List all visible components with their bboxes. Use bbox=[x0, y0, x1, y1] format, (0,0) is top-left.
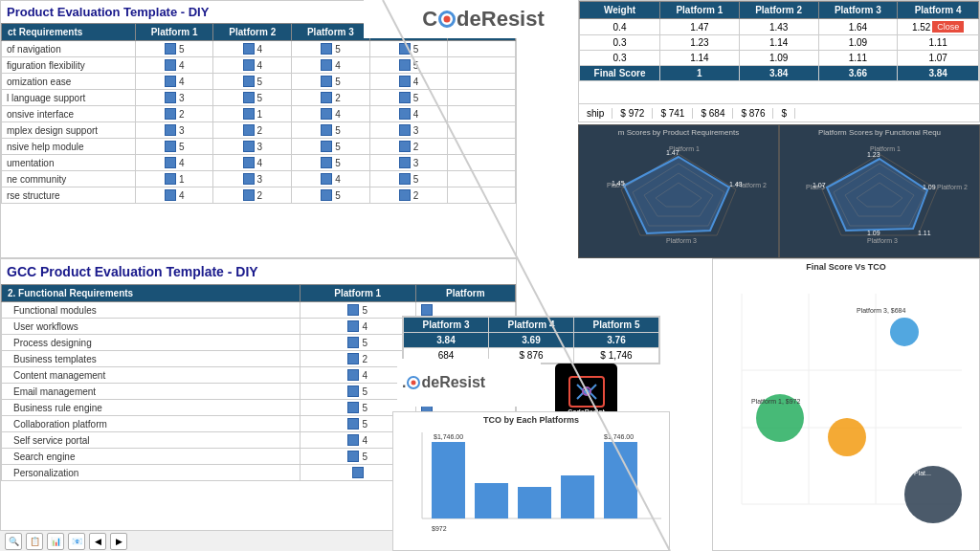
req-cell: rse structure bbox=[2, 187, 136, 204]
svg-text:1.23: 1.23 bbox=[867, 151, 880, 158]
p2-cell: 2 bbox=[213, 187, 292, 204]
p1-cell: 1 bbox=[135, 171, 213, 187]
cell-icon bbox=[243, 108, 255, 120]
gcc-p1-cell: 5 bbox=[300, 335, 415, 351]
table-row: mplex design support 3 2 5 3 bbox=[2, 122, 516, 139]
req-cell: umentation bbox=[2, 155, 136, 171]
bar-p4 bbox=[561, 475, 594, 518]
overlap-score-table: Platform 3 Platform 4 Platform 5 3.84 3.… bbox=[403, 317, 659, 364]
gcc-req-cell: Business templates bbox=[2, 351, 301, 367]
col-header-p3: Platform 3 bbox=[292, 24, 370, 41]
cell-icon bbox=[165, 141, 176, 152]
bar-p2 bbox=[475, 483, 508, 518]
bar-p5 bbox=[604, 442, 637, 518]
cell-icon bbox=[347, 402, 359, 413]
table-row: l language support 3 5 2 5 bbox=[2, 90, 516, 106]
weight-val: 0.4 bbox=[580, 19, 660, 35]
prev-button[interactable]: ◀ bbox=[89, 533, 106, 550]
svg-text:1.47: 1.47 bbox=[666, 149, 679, 156]
p3-cell: 5 bbox=[292, 41, 370, 57]
next-button[interactable]: ▶ bbox=[110, 533, 127, 550]
radar2-svg: Platform 1 Platform 2 Platf.5 Platform 3… bbox=[789, 140, 970, 245]
score-table: Weight Platform 1 Platform 2 Platform 3 … bbox=[579, 1, 979, 81]
bubble-p2 bbox=[828, 418, 866, 456]
req-cell: ne community bbox=[2, 171, 136, 187]
cell-icon bbox=[321, 76, 332, 87]
cell-icon bbox=[347, 451, 359, 462]
tco-p5: $ bbox=[773, 108, 795, 119]
cell-icon bbox=[321, 108, 332, 120]
cell-icon bbox=[165, 43, 176, 55]
toolbar-bottom: 🔍 📋 📊 📧 ◀ ▶ bbox=[0, 530, 392, 551]
p3-cell: 4 bbox=[292, 57, 370, 74]
p2-cell: 3 bbox=[213, 139, 292, 155]
cell-icon bbox=[421, 304, 433, 316]
cell-icon bbox=[399, 173, 411, 185]
p1-cell: 4 bbox=[135, 74, 213, 90]
table-row: onsive interface 2 1 4 4 bbox=[2, 106, 516, 122]
cell-icon bbox=[347, 434, 359, 446]
logo-prefix: C bbox=[422, 7, 437, 32]
tco-chart-panel: TCO by Each Platforms $1,746.00 $1,746.0… bbox=[392, 411, 670, 551]
mail-button[interactable]: 📧 bbox=[68, 533, 85, 550]
p5-cell bbox=[448, 106, 516, 122]
final-chart-svg: Platform 3, $684 Platform 1, $972 Plat..… bbox=[713, 275, 980, 542]
chart-button[interactable]: 📊 bbox=[47, 533, 64, 550]
tco-label: ship bbox=[579, 108, 612, 119]
close-button[interactable]: Close bbox=[932, 21, 964, 33]
tco-p3: $ 684 bbox=[693, 108, 733, 119]
cell-icon bbox=[321, 141, 332, 152]
tco-row: ship $ 972 $ 741 $ 684 $ 876 $ bbox=[578, 103, 980, 122]
cell-icon bbox=[165, 92, 176, 103]
cell-icon bbox=[243, 59, 255, 71]
req-cell: of navigation bbox=[2, 41, 136, 57]
p1-val: 1.47 bbox=[660, 19, 740, 35]
p4-cell: 3 bbox=[369, 155, 448, 171]
svg-marker-16 bbox=[827, 159, 927, 231]
logo-bottom-circle bbox=[407, 376, 420, 389]
p2-cell: 2 bbox=[213, 122, 292, 139]
p1-cell: 5 bbox=[135, 41, 213, 57]
gcc-p1-cell: 5 bbox=[300, 302, 415, 319]
gcc-col-req: 2. Functional Requirements bbox=[2, 285, 301, 302]
radar1-svg: Platform 1 Platform 2 Platf.5 Platform 3… bbox=[588, 140, 769, 245]
table-row: figuration flexibility 4 4 4 5 bbox=[2, 57, 516, 74]
p5-cell bbox=[448, 41, 516, 57]
search-button[interactable]: 🔍 bbox=[5, 533, 22, 550]
score-col-weight: Weight bbox=[580, 2, 660, 19]
svg-text:1.11: 1.11 bbox=[918, 230, 931, 236]
table-row: 0.4 1.47 1.43 1.64 1.52 Close bbox=[580, 19, 979, 35]
gcc-p1-cell: 4 bbox=[300, 319, 415, 335]
p5-cell bbox=[448, 57, 516, 74]
cell-icon bbox=[243, 173, 255, 185]
cell-icon bbox=[347, 304, 359, 316]
table-row: 0.3 1.23 1.14 1.09 1.11 bbox=[580, 35, 979, 51]
req-cell: nsive help module bbox=[2, 139, 136, 155]
cell-icon bbox=[347, 418, 359, 430]
cell-icon bbox=[321, 59, 332, 71]
p2-cell: 5 bbox=[213, 74, 292, 90]
p5-cell bbox=[448, 171, 516, 187]
col-header-p2: Platform 2 bbox=[213, 24, 292, 41]
cell-icon bbox=[321, 157, 332, 168]
p2-cell: 5 bbox=[213, 90, 292, 106]
list-button[interactable]: 📋 bbox=[26, 533, 43, 550]
p1-cell: 5 bbox=[135, 139, 213, 155]
bar-p3 bbox=[518, 487, 551, 518]
cell-icon bbox=[165, 157, 176, 168]
tco-p1: $ 972 bbox=[612, 108, 653, 119]
radar-charts-panel: m Scores by Product Requirements Platfor… bbox=[578, 124, 980, 258]
p4-cell: 3 bbox=[369, 122, 448, 139]
tco-chart-title: TCO by Each Platforms bbox=[393, 412, 669, 428]
col-header-p1: Platform 1 bbox=[135, 24, 213, 41]
svg-text:1.43: 1.43 bbox=[729, 181, 743, 187]
gcc-req-cell: Search engine bbox=[2, 449, 301, 465]
cell-icon bbox=[321, 124, 332, 136]
table-row: rse structure 4 2 5 2 bbox=[2, 187, 516, 204]
tco-p4: $ 876 bbox=[733, 108, 773, 119]
main-collage: Product Evaluation Template - DIY ct Req… bbox=[0, 0, 980, 551]
table-row: ne community 1 3 4 5 bbox=[2, 171, 516, 187]
svg-text:Platform 1, $972: Platform 1, $972 bbox=[751, 398, 800, 405]
score-col-p1: Platform 1 bbox=[660, 2, 740, 19]
cell-icon bbox=[399, 59, 411, 71]
